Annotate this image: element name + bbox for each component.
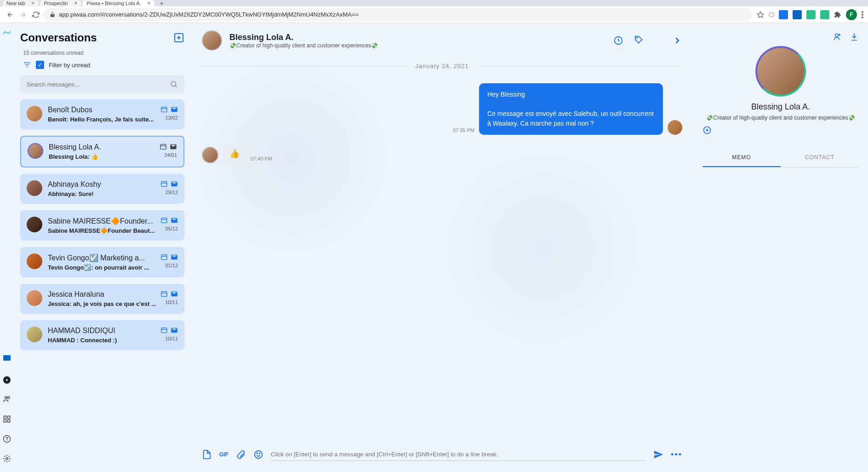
- tab-contact[interactable]: CONTACT: [781, 149, 859, 167]
- add-button[interactable]: [702, 126, 859, 135]
- person-add-icon[interactable]: [832, 32, 841, 41]
- attach-icon[interactable]: [236, 449, 246, 460]
- filter-checkbox[interactable]: ✓: [36, 61, 44, 69]
- emoji-icon[interactable]: [253, 449, 263, 460]
- extension-icon[interactable]: [769, 12, 774, 17]
- tab-memo[interactable]: MEMO: [702, 149, 781, 167]
- chat-header: Blessing Lola A. 💸Creator of high-qualit…: [191, 23, 693, 58]
- download-icon[interactable]: [850, 32, 859, 41]
- close-icon[interactable]: ×: [148, 0, 151, 6]
- archive-icon[interactable]: [160, 180, 168, 188]
- message-input[interactable]: [271, 448, 646, 461]
- forward-icon[interactable]: [17, 9, 29, 20]
- svg-rect-11: [4, 420, 6, 422]
- conversation-item[interactable]: Tevin Gongo☑️ Marketing a... Tevin Gongo…: [20, 247, 184, 277]
- convo-preview: HAMMAD : Connected :): [48, 337, 178, 344]
- archive-icon[interactable]: [160, 253, 168, 261]
- svg-point-19: [171, 81, 176, 86]
- archive-icon[interactable]: [160, 217, 168, 224]
- chat-body: January 24, 2021 07:35 PM Hey Blessing C…: [191, 58, 693, 441]
- svg-point-8: [8, 397, 10, 399]
- archive-icon[interactable]: [160, 290, 168, 298]
- conversation-item[interactable]: Abhinaya Koshy Abhinaya: Sure! 29/12: [20, 174, 184, 204]
- details-panel: Blessing Lola A. 💸Creator of high-qualit…: [693, 23, 868, 472]
- filter-row: ✓ Filter by unread: [20, 61, 184, 69]
- close-icon[interactable]: ×: [74, 0, 77, 6]
- convo-name: Jessica Haraluna: [48, 290, 178, 299]
- search-input[interactable]: [27, 81, 170, 88]
- extension-icon[interactable]: [793, 10, 802, 19]
- mail-icon[interactable]: [171, 290, 178, 298]
- mail-icon[interactable]: [171, 327, 178, 334]
- back-icon[interactable]: [5, 9, 16, 20]
- star-icon[interactable]: [757, 11, 764, 18]
- browser-tab[interactable]: Piwaa • Blessing Lola A.×: [83, 0, 154, 6]
- message-line: Ce message est envoyé avec Salehub, un o…: [487, 109, 655, 128]
- new-tab-button[interactable]: +: [156, 0, 167, 7]
- conversation-item[interactable]: HAMMAD SIDDIQUI HAMMAD : Connected :) 10…: [20, 320, 184, 350]
- browser-tab[interactable]: Prospectin×: [40, 0, 81, 6]
- help-icon[interactable]: ?: [3, 435, 11, 443]
- message-line: Hey Blessing: [487, 90, 655, 99]
- convo-preview: Sabine MAIRESSE🔶Founder Beaut...: [48, 227, 178, 234]
- convo-name: Abhinaya Koshy: [48, 180, 178, 189]
- mail-icon[interactable]: [170, 143, 177, 150]
- extension-icon[interactable]: [779, 10, 788, 19]
- convo-date: 24/01: [164, 152, 177, 158]
- more-icon[interactable]: •••: [671, 450, 682, 460]
- conversation-item[interactable]: Sabine MAIRESSE🔶Founder... Sabine MAIRES…: [20, 210, 184, 241]
- send-button[interactable]: [653, 449, 663, 460]
- convo-date: 29/12: [165, 190, 178, 195]
- extension-icon[interactable]: [806, 10, 816, 19]
- contact-avatar: [755, 46, 806, 97]
- browser-tab[interactable]: New tab×: [3, 0, 38, 6]
- svg-rect-25: [161, 182, 167, 187]
- filter-icon[interactable]: [23, 61, 31, 69]
- puzzle-icon[interactable]: [834, 11, 841, 18]
- archive-icon[interactable]: [160, 143, 167, 150]
- conversation-item[interactable]: Benoît Dubos Benoît: Hello François, Je …: [20, 99, 184, 129]
- gear-icon[interactable]: [3, 455, 11, 463]
- menu-icon[interactable]: [862, 11, 863, 18]
- convo-name: HAMMAD SIDDIQUI: [48, 327, 178, 335]
- users-icon[interactable]: [3, 395, 11, 403]
- clock-icon[interactable]: [613, 35, 623, 46]
- chevron-right-icon[interactable]: [672, 35, 682, 46]
- conversation-list: Benoît Dubos Benoît: Hello François, Je …: [20, 99, 184, 350]
- play-icon[interactable]: [3, 376, 11, 384]
- message-rail-icon[interactable]: [3, 355, 11, 363]
- convo-date: 01/12: [165, 263, 178, 268]
- conversation-item[interactable]: Blessing Lola A. Blessing Lola: 👍 24/01: [20, 136, 184, 167]
- reload-icon[interactable]: [30, 9, 41, 20]
- convo-date: 10/11: [165, 299, 178, 305]
- url-field[interactable]: app.piwaa.com/#/conversations/2-ZDUwZjUx…: [43, 8, 752, 21]
- gif-button[interactable]: GIF: [219, 451, 228, 458]
- search-box[interactable]: [20, 75, 184, 93]
- tab-title: New tab: [6, 0, 25, 6]
- incoming-message: 👍 07:40 PM: [202, 144, 682, 163]
- left-rail: ?: [0, 23, 14, 472]
- mail-icon[interactable]: [171, 180, 178, 188]
- grid-icon[interactable]: [3, 415, 11, 423]
- svg-point-40: [835, 34, 839, 37]
- profile-avatar[interactable]: F: [846, 9, 857, 20]
- app-logo-icon[interactable]: [3, 30, 11, 38]
- mail-icon[interactable]: [171, 217, 178, 224]
- close-icon[interactable]: ×: [31, 0, 34, 6]
- contact-name: Blessing Lola A.: [702, 102, 859, 112]
- mail-icon[interactable]: [171, 253, 178, 261]
- compose-button[interactable]: [173, 32, 184, 43]
- tag-icon[interactable]: [634, 35, 644, 46]
- svg-point-3: [862, 17, 863, 18]
- extension-icon[interactable]: [820, 10, 829, 19]
- conversation-item[interactable]: Jessica Haraluna Jessica: ah, je vois pa…: [20, 284, 184, 314]
- archive-icon[interactable]: [160, 106, 168, 113]
- note-icon[interactable]: [202, 449, 212, 460]
- mail-icon[interactable]: [171, 106, 178, 113]
- svg-rect-23: [160, 144, 166, 150]
- convo-date: 13/02: [165, 115, 178, 121]
- archive-icon[interactable]: [160, 327, 168, 334]
- search-icon[interactable]: [170, 80, 178, 88]
- svg-marker-0: [757, 12, 763, 17]
- svg-line-20: [175, 86, 177, 87]
